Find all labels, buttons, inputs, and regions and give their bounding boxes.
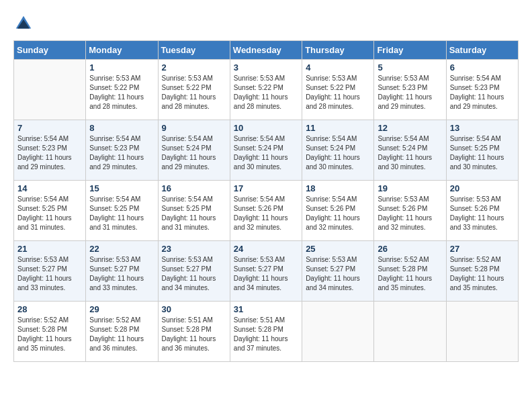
day-number: 13 <box>450 123 515 133</box>
calendar-cell: 20Sunrise: 5:53 AM Sunset: 5:26 PM Dayli… <box>446 181 518 241</box>
calendar-cell: 19Sunrise: 5:53 AM Sunset: 5:26 PM Dayli… <box>374 181 446 241</box>
calendar-cell: 9Sunrise: 5:54 AM Sunset: 5:24 PM Daylig… <box>158 120 230 181</box>
calendar-cell: 23Sunrise: 5:53 AM Sunset: 5:27 PM Dayli… <box>158 241 230 302</box>
calendar-week-4: 21Sunrise: 5:53 AM Sunset: 5:27 PM Dayli… <box>14 241 519 302</box>
day-number: 17 <box>234 183 298 193</box>
day-number: 9 <box>162 123 226 133</box>
cell-details: Sunrise: 5:53 AM Sunset: 5:27 PM Dayligh… <box>89 255 154 293</box>
day-number: 18 <box>306 183 370 193</box>
day-number: 22 <box>89 244 154 254</box>
day-number: 16 <box>162 183 226 193</box>
col-header-saturday: Saturday <box>446 41 518 60</box>
day-number: 19 <box>378 183 442 193</box>
day-number: 4 <box>306 62 370 73</box>
calendar-cell: 24Sunrise: 5:53 AM Sunset: 5:27 PM Dayli… <box>230 241 302 302</box>
day-number: 31 <box>234 304 298 314</box>
col-header-tuesday: Tuesday <box>158 41 230 60</box>
cell-details: Sunrise: 5:52 AM Sunset: 5:28 PM Dayligh… <box>450 255 515 293</box>
cell-details: Sunrise: 5:54 AM Sunset: 5:24 PM Dayligh… <box>162 134 226 172</box>
cell-details: Sunrise: 5:54 AM Sunset: 5:25 PM Dayligh… <box>89 195 154 232</box>
cell-details: Sunrise: 5:53 AM Sunset: 5:22 PM Dayligh… <box>306 74 370 111</box>
col-header-wednesday: Wednesday <box>230 41 302 60</box>
calendar-cell: 15Sunrise: 5:54 AM Sunset: 5:25 PM Dayli… <box>86 181 158 241</box>
cell-details: Sunrise: 5:54 AM Sunset: 5:23 PM Dayligh… <box>89 134 154 172</box>
col-header-sunday: Sunday <box>14 41 86 60</box>
calendar-cell <box>374 302 446 362</box>
calendar-cell: 3Sunrise: 5:53 AM Sunset: 5:22 PM Daylig… <box>230 60 302 120</box>
cell-details: Sunrise: 5:52 AM Sunset: 5:28 PM Dayligh… <box>378 255 442 293</box>
cell-details: Sunrise: 5:53 AM Sunset: 5:22 PM Dayligh… <box>89 74 154 111</box>
calendar-week-2: 7Sunrise: 5:54 AM Sunset: 5:23 PM Daylig… <box>14 120 519 181</box>
day-number: 12 <box>378 123 442 133</box>
cell-details: Sunrise: 5:51 AM Sunset: 5:28 PM Dayligh… <box>162 316 226 353</box>
day-number: 28 <box>17 304 82 314</box>
day-number: 3 <box>234 62 298 73</box>
col-header-thursday: Thursday <box>302 41 374 60</box>
cell-details: Sunrise: 5:54 AM Sunset: 5:24 PM Dayligh… <box>306 134 370 172</box>
cell-details: Sunrise: 5:53 AM Sunset: 5:26 PM Dayligh… <box>450 195 515 232</box>
calendar-cell: 17Sunrise: 5:54 AM Sunset: 5:26 PM Dayli… <box>230 181 302 241</box>
calendar-week-1: 1Sunrise: 5:53 AM Sunset: 5:22 PM Daylig… <box>14 60 519 120</box>
cell-details: Sunrise: 5:53 AM Sunset: 5:22 PM Dayligh… <box>234 74 298 111</box>
day-number: 26 <box>378 244 442 254</box>
day-number: 25 <box>306 244 370 254</box>
calendar-cell: 1Sunrise: 5:53 AM Sunset: 5:22 PM Daylig… <box>86 60 158 120</box>
day-number: 8 <box>89 123 154 133</box>
calendar-header: SundayMondayTuesdayWednesdayThursdayFrid… <box>14 41 519 60</box>
cell-details: Sunrise: 5:53 AM Sunset: 5:27 PM Dayligh… <box>17 255 82 293</box>
calendar-cell: 26Sunrise: 5:52 AM Sunset: 5:28 PM Dayli… <box>374 241 446 302</box>
calendar-cell: 14Sunrise: 5:54 AM Sunset: 5:25 PM Dayli… <box>14 181 86 241</box>
calendar-cell: 6Sunrise: 5:54 AM Sunset: 5:23 PM Daylig… <box>446 60 518 120</box>
calendar-cell: 12Sunrise: 5:54 AM Sunset: 5:24 PM Dayli… <box>374 120 446 181</box>
cell-details: Sunrise: 5:54 AM Sunset: 5:23 PM Dayligh… <box>17 134 82 172</box>
calendar-cell: 28Sunrise: 5:52 AM Sunset: 5:28 PM Dayli… <box>14 302 86 362</box>
cell-details: Sunrise: 5:52 AM Sunset: 5:28 PM Dayligh… <box>89 316 154 353</box>
calendar-cell: 13Sunrise: 5:54 AM Sunset: 5:25 PM Dayli… <box>446 120 518 181</box>
calendar-cell: 21Sunrise: 5:53 AM Sunset: 5:27 PM Dayli… <box>14 241 86 302</box>
cell-details: Sunrise: 5:53 AM Sunset: 5:23 PM Dayligh… <box>378 74 442 111</box>
day-number: 21 <box>17 244 82 254</box>
day-number: 27 <box>450 244 515 254</box>
cell-details: Sunrise: 5:53 AM Sunset: 5:27 PM Dayligh… <box>162 255 226 293</box>
day-number: 14 <box>17 183 82 193</box>
cell-details: Sunrise: 5:53 AM Sunset: 5:27 PM Dayligh… <box>306 255 370 293</box>
col-header-friday: Friday <box>374 41 446 60</box>
calendar-cell: 8Sunrise: 5:54 AM Sunset: 5:23 PM Daylig… <box>86 120 158 181</box>
calendar-week-5: 28Sunrise: 5:52 AM Sunset: 5:28 PM Dayli… <box>14 302 519 362</box>
logo <box>13 13 36 34</box>
page-header <box>13 13 519 34</box>
calendar-cell: 22Sunrise: 5:53 AM Sunset: 5:27 PM Dayli… <box>86 241 158 302</box>
calendar-cell: 27Sunrise: 5:52 AM Sunset: 5:28 PM Dayli… <box>446 241 518 302</box>
calendar-week-3: 14Sunrise: 5:54 AM Sunset: 5:25 PM Dayli… <box>14 181 519 241</box>
col-header-monday: Monday <box>86 41 158 60</box>
calendar-cell: 4Sunrise: 5:53 AM Sunset: 5:22 PM Daylig… <box>302 60 374 120</box>
cell-details: Sunrise: 5:52 AM Sunset: 5:28 PM Dayligh… <box>17 316 82 353</box>
cell-details: Sunrise: 5:54 AM Sunset: 5:25 PM Dayligh… <box>450 134 515 172</box>
calendar-cell: 2Sunrise: 5:53 AM Sunset: 5:22 PM Daylig… <box>158 60 230 120</box>
cell-details: Sunrise: 5:54 AM Sunset: 5:26 PM Dayligh… <box>234 195 298 232</box>
day-number: 6 <box>450 62 515 73</box>
day-number: 5 <box>378 62 442 73</box>
calendar-cell: 31Sunrise: 5:51 AM Sunset: 5:28 PM Dayli… <box>230 302 302 362</box>
calendar-cell: 25Sunrise: 5:53 AM Sunset: 5:27 PM Dayli… <box>302 241 374 302</box>
calendar-cell: 16Sunrise: 5:54 AM Sunset: 5:25 PM Dayli… <box>158 181 230 241</box>
calendar-cell: 18Sunrise: 5:54 AM Sunset: 5:26 PM Dayli… <box>302 181 374 241</box>
calendar-cell <box>302 302 374 362</box>
day-number: 2 <box>162 62 226 73</box>
cell-details: Sunrise: 5:53 AM Sunset: 5:22 PM Dayligh… <box>162 74 226 111</box>
cell-details: Sunrise: 5:53 AM Sunset: 5:26 PM Dayligh… <box>378 195 442 232</box>
day-number: 7 <box>17 123 82 133</box>
calendar-cell: 10Sunrise: 5:54 AM Sunset: 5:24 PM Dayli… <box>230 120 302 181</box>
cell-details: Sunrise: 5:54 AM Sunset: 5:25 PM Dayligh… <box>17 195 82 232</box>
calendar-cell: 5Sunrise: 5:53 AM Sunset: 5:23 PM Daylig… <box>374 60 446 120</box>
cell-details: Sunrise: 5:54 AM Sunset: 5:26 PM Dayligh… <box>306 195 370 232</box>
cell-details: Sunrise: 5:54 AM Sunset: 5:24 PM Dayligh… <box>234 134 298 172</box>
calendar-cell: 29Sunrise: 5:52 AM Sunset: 5:28 PM Dayli… <box>86 302 158 362</box>
day-number: 29 <box>89 304 154 314</box>
cell-details: Sunrise: 5:53 AM Sunset: 5:27 PM Dayligh… <box>234 255 298 293</box>
calendar-cell <box>14 60 86 120</box>
day-number: 15 <box>89 183 154 193</box>
day-number: 24 <box>234 244 298 254</box>
calendar-cell <box>446 302 518 362</box>
logo-icon <box>13 13 34 34</box>
